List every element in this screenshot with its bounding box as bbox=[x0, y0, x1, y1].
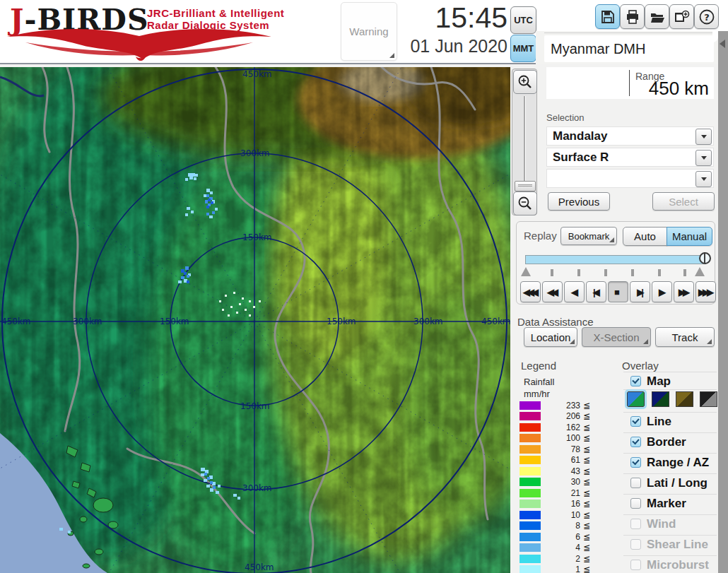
save-button[interactable] bbox=[595, 4, 620, 29]
wind-checkbox bbox=[630, 519, 641, 529]
replay-group: Replay Bookmark Auto Manual ◀◀◀ ◀◀ ◀ |◀ … bbox=[516, 221, 715, 305]
site-dropdown[interactable]: Mandalay bbox=[546, 126, 714, 146]
step-backward-button[interactable]: |◀ bbox=[586, 281, 606, 302]
range-az-checkbox[interactable] bbox=[630, 457, 641, 468]
lati-long-checkbox[interactable] bbox=[630, 478, 641, 488]
map-style-swatch-3[interactable] bbox=[676, 391, 693, 407]
control-panel: Range 450 km Selection Mandalay Surface … bbox=[510, 67, 718, 573]
warning-label: Warning bbox=[349, 25, 388, 37]
zoom-in-button[interactable] bbox=[513, 70, 537, 94]
rewind-2x-button[interactable]: ◀◀ bbox=[542, 281, 563, 302]
select-button[interactable]: Select bbox=[652, 192, 715, 211]
zoom-out-button[interactable] bbox=[513, 191, 537, 215]
help-icon: ? bbox=[698, 8, 715, 25]
station-name: Myanmar DMH bbox=[544, 35, 714, 62]
option-dropdown-arrow[interactable] bbox=[695, 171, 712, 187]
location-button[interactable]: Location bbox=[524, 327, 577, 347]
data-assistance-label: Data Assistance bbox=[517, 316, 594, 328]
svg-text:?: ? bbox=[704, 12, 710, 23]
legend-row: 100≦ bbox=[519, 433, 597, 444]
forward-2x-button[interactable]: ▶▶ bbox=[674, 281, 694, 302]
panel-edge-strip[interactable] bbox=[718, 31, 728, 573]
legend-swatch bbox=[519, 478, 541, 486]
product-dropdown[interactable]: Surface R bbox=[546, 148, 714, 167]
overlay-title: Overlay bbox=[622, 360, 659, 372]
legend-row: 4≦ bbox=[519, 543, 597, 553]
option-dropdown[interactable] bbox=[546, 169, 714, 188]
legend-swatch bbox=[519, 423, 541, 432]
legend-row: 8≦ bbox=[519, 521, 597, 531]
map-style-swatch-1[interactable] bbox=[627, 391, 645, 407]
legend-row: 30≦ bbox=[519, 477, 597, 488]
replay-slider-track[interactable] bbox=[525, 255, 706, 264]
selection-label: Selection bbox=[546, 112, 584, 123]
open-folder-button[interactable] bbox=[645, 4, 669, 29]
zoom-out-icon bbox=[517, 196, 533, 211]
previous-button[interactable]: Previous bbox=[548, 192, 610, 211]
legend-swatch bbox=[519, 489, 541, 497]
site-dropdown-arrow[interactable] bbox=[695, 129, 712, 145]
manual-button[interactable]: Manual bbox=[667, 227, 712, 246]
legend-swatch bbox=[519, 565, 541, 573]
map-style-swatch-2[interactable] bbox=[652, 391, 669, 407]
overlay-item-lati-long[interactable]: Lati / Long bbox=[623, 474, 717, 495]
warning-button[interactable]: Warning bbox=[341, 2, 397, 61]
slider-end-marker bbox=[695, 267, 705, 276]
utc-button[interactable]: UTC bbox=[510, 6, 536, 34]
open-folder-icon bbox=[650, 10, 665, 24]
overlay-label-map: Map bbox=[647, 374, 671, 389]
legend-row: 16≦ bbox=[519, 499, 597, 509]
clock: 15:45 01 Jun 2020 bbox=[392, 1, 507, 58]
legend-row: 2≦ bbox=[519, 554, 597, 565]
map-checkbox[interactable] bbox=[630, 376, 641, 386]
line-checkbox[interactable] bbox=[630, 416, 641, 427]
zoom-slider-handle[interactable] bbox=[515, 181, 536, 191]
print-button[interactable] bbox=[620, 4, 645, 29]
play-button[interactable]: ▶ bbox=[652, 281, 672, 302]
play-backward-button[interactable]: ◀ bbox=[564, 281, 585, 302]
border-checkbox[interactable] bbox=[630, 437, 641, 447]
legend-row: 21≦ bbox=[519, 488, 597, 499]
site-dropdown-value: Mandalay bbox=[547, 127, 713, 145]
legend-swatch bbox=[519, 500, 541, 508]
replay-label: Replay bbox=[524, 230, 557, 242]
chevron-down-icon bbox=[701, 156, 707, 160]
overlay-item-microburst: Microburst bbox=[623, 556, 717, 573]
print-icon bbox=[626, 10, 640, 24]
range-value: 450 km bbox=[649, 78, 709, 100]
overlay-item-line[interactable]: Line bbox=[623, 413, 717, 433]
legend-row: 61≦ bbox=[519, 455, 597, 466]
auto-button[interactable]: Auto bbox=[623, 227, 667, 246]
map-style-swatch-4[interactable] bbox=[700, 391, 717, 407]
stop-button[interactable]: ■ bbox=[608, 281, 628, 302]
help-button[interactable]: ? bbox=[694, 4, 719, 29]
bookmark-button[interactable]: Bookmark bbox=[560, 227, 617, 245]
product-dropdown-arrow[interactable] bbox=[695, 150, 712, 166]
svg-text:450km: 450km bbox=[242, 69, 272, 79]
x-section-button[interactable]: X-Section bbox=[582, 327, 651, 347]
radar-map[interactable]: 450km 300km 150km 150km 300km 450km 450k… bbox=[0, 67, 510, 573]
forward-3x-button[interactable]: ▶▶▶ bbox=[695, 281, 716, 302]
legend-swatch bbox=[519, 521, 541, 530]
overlay-item-border[interactable]: Border bbox=[623, 433, 717, 454]
range-divider bbox=[629, 70, 630, 96]
rewind-3x-button[interactable]: ◀◀◀ bbox=[520, 281, 541, 302]
svg-text:300km: 300km bbox=[73, 317, 102, 326]
overlay-item-map[interactable]: Map bbox=[623, 372, 717, 390]
add-view-icon bbox=[674, 10, 690, 24]
marker-checkbox[interactable] bbox=[630, 498, 641, 509]
chevron-down-icon bbox=[701, 177, 707, 181]
svg-text:450km: 450km bbox=[481, 317, 510, 326]
mmt-button[interactable]: MMT bbox=[510, 35, 536, 62]
step-forward-button[interactable]: ▶| bbox=[630, 281, 650, 302]
zoom-slider-track[interactable] bbox=[524, 96, 525, 188]
replay-slider-handle[interactable] bbox=[699, 252, 711, 264]
overlay-item-marker[interactable]: Marker bbox=[623, 495, 717, 515]
legend-row: 233≦ bbox=[519, 401, 597, 411]
svg-text:150km: 150km bbox=[242, 232, 272, 242]
svg-text:150km: 150km bbox=[240, 401, 270, 411]
add-view-button[interactable] bbox=[669, 4, 694, 29]
slider-tick bbox=[631, 269, 634, 276]
track-button[interactable]: Track bbox=[655, 327, 715, 347]
overlay-item-range-az[interactable]: Range / AZ bbox=[623, 454, 717, 474]
